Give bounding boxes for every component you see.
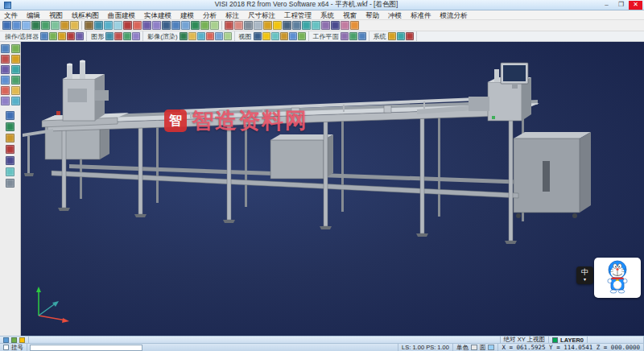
toolbar-icon[interactable] xyxy=(215,32,223,40)
menu-item[interactable]: 线框构图 xyxy=(68,10,103,20)
toolbar-icon[interactable] xyxy=(11,65,20,74)
floating-badge[interactable]: 中 ▾ xyxy=(576,266,593,284)
toolbar-icon[interactable] xyxy=(22,21,31,30)
menu-item[interactable]: 实体建模 xyxy=(140,10,175,20)
toolbar-icon[interactable] xyxy=(321,21,330,30)
toolbar-icon[interactable] xyxy=(388,32,396,40)
toolbar-icon[interactable] xyxy=(94,21,103,30)
toolbar-icon[interactable] xyxy=(6,111,14,120)
menu-item[interactable]: 视图 xyxy=(45,10,67,20)
toolbar-icon[interactable] xyxy=(254,21,262,30)
toolbar-icon[interactable] xyxy=(58,32,66,40)
toolbar-icon[interactable] xyxy=(123,32,131,40)
menu-item[interactable]: 工程管理 xyxy=(280,10,316,20)
toolbar-icon[interactable] xyxy=(191,21,200,30)
toolbar-icon[interactable] xyxy=(6,122,14,131)
command-input[interactable] xyxy=(30,345,142,351)
toolbar-icon[interactable] xyxy=(225,21,233,30)
toolbar-icon[interactable] xyxy=(41,21,50,30)
toolbar-icon[interactable] xyxy=(6,167,14,176)
toolbar-icon[interactable] xyxy=(11,44,20,53)
menu-item[interactable]: 分析 xyxy=(199,10,221,20)
toolbar-icon[interactable] xyxy=(1,55,10,64)
snap-checkbox[interactable] xyxy=(3,345,9,350)
menu-item[interactable]: 文件 xyxy=(0,10,22,20)
toolbar-icon[interactable] xyxy=(1,76,10,85)
toolbar-icon[interactable] xyxy=(397,32,405,40)
toolbar-icon[interactable] xyxy=(6,145,14,154)
toolbar-icon[interactable] xyxy=(188,32,196,40)
menu-item[interactable]: 视窗 xyxy=(339,10,361,20)
toolbar-icon[interactable] xyxy=(254,32,262,40)
close-button[interactable]: ✕ xyxy=(629,1,642,10)
toolbar-icon[interactable] xyxy=(6,179,14,188)
menu-item[interactable]: 模流分析 xyxy=(436,10,472,20)
toolbar-icon[interactable] xyxy=(114,32,122,40)
toolbar-icon[interactable] xyxy=(67,32,75,40)
toolbar-icon[interactable] xyxy=(51,21,60,30)
toolbar-icon[interactable] xyxy=(283,21,291,30)
toolbar-icon[interactable] xyxy=(1,44,10,53)
toolbar-icon[interactable] xyxy=(292,21,301,30)
toolbar-icon[interactable] xyxy=(70,21,79,30)
toolbar-icon[interactable] xyxy=(298,32,306,40)
toolbar-icon[interactable] xyxy=(234,21,243,30)
toolbar-icon[interactable] xyxy=(224,32,232,40)
menu-item[interactable]: 尺寸标注 xyxy=(244,10,279,20)
mono-swatch[interactable] xyxy=(471,345,477,350)
status-icon[interactable] xyxy=(19,337,25,343)
toolbar-icon[interactable] xyxy=(49,32,57,40)
toolbar-icon[interactable] xyxy=(331,21,340,30)
menu-item[interactable]: 冲模 xyxy=(384,10,406,20)
toolbar-icon[interactable] xyxy=(11,86,20,95)
toolbar-icon[interactable] xyxy=(200,21,209,30)
toolbar-icon[interactable] xyxy=(85,21,93,30)
toolbar-icon[interactable] xyxy=(142,21,151,30)
toolbar-icon[interactable] xyxy=(280,32,288,40)
toolbar-icon[interactable] xyxy=(105,32,114,40)
menu-item[interactable]: 曲面建模 xyxy=(104,10,139,20)
toolbar-icon[interactable] xyxy=(40,32,48,40)
toolbar-icon[interactable] xyxy=(11,97,20,105)
menu-item[interactable]: 标注 xyxy=(221,10,243,20)
toolbar-icon[interactable] xyxy=(358,32,366,40)
toolbar-icon[interactable] xyxy=(171,21,180,30)
status-icon[interactable] xyxy=(11,337,17,343)
toolbar-icon[interactable] xyxy=(2,21,11,30)
toolbar-icon[interactable] xyxy=(132,32,140,40)
toolbar-icon[interactable] xyxy=(6,134,14,142)
toolbar-icon[interactable] xyxy=(262,32,270,40)
toolbar-icon[interactable] xyxy=(197,32,205,40)
toolbar-icon[interactable] xyxy=(11,55,20,64)
menu-item[interactable]: 建模 xyxy=(176,10,198,20)
toolbar-icon[interactable] xyxy=(210,21,219,30)
toolbar-icon[interactable] xyxy=(152,21,161,30)
toolbar-icon[interactable] xyxy=(244,21,253,30)
toolbar-icon[interactable] xyxy=(12,21,21,30)
menu-item[interactable]: 标准件 xyxy=(407,10,436,20)
toolbar-icon[interactable] xyxy=(181,21,190,30)
toolbar-icon[interactable] xyxy=(1,65,10,74)
toolbar-icon[interactable] xyxy=(312,21,320,30)
toolbar-icon[interactable] xyxy=(76,32,84,40)
view-mode-indicator[interactable]: 绝对 XY 上视图 xyxy=(501,337,550,343)
toolbar-icon[interactable] xyxy=(271,32,279,40)
toolbar-icon[interactable] xyxy=(289,32,297,40)
toolbar-icon[interactable] xyxy=(406,32,414,40)
toolbar-icon[interactable] xyxy=(1,97,10,105)
toolbar-icon[interactable] xyxy=(302,21,311,30)
toolbar-icon[interactable] xyxy=(350,21,359,30)
layer-indicator[interactable]: LAYER0 xyxy=(549,337,588,343)
toolbar-icon[interactable] xyxy=(349,32,357,40)
toolbar-icon[interactable] xyxy=(60,21,69,30)
toolbar-icon[interactable] xyxy=(11,76,20,85)
toolbar-icon[interactable] xyxy=(273,21,282,30)
toolbar-icon[interactable] xyxy=(123,21,132,30)
menu-item[interactable]: 系统 xyxy=(316,10,338,20)
minimize-button[interactable]: – xyxy=(600,1,613,10)
status-icon[interactable] xyxy=(3,337,9,343)
toolbar-icon[interactable] xyxy=(341,21,349,30)
toolbar-icon[interactable] xyxy=(104,21,113,30)
menu-item[interactable]: 帮助 xyxy=(361,10,383,20)
maximize-button[interactable]: ❐ xyxy=(614,1,628,10)
